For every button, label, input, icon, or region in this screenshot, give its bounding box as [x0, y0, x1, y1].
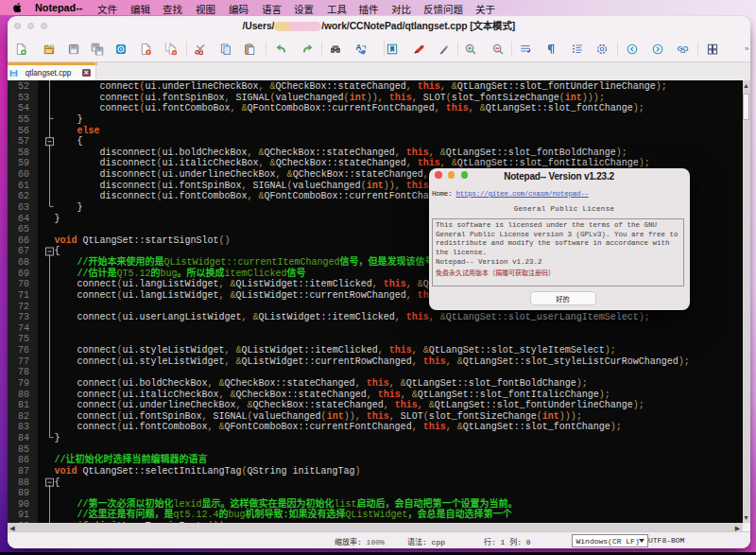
svg-text:GO: GO — [677, 44, 688, 53]
svg-text:A: A — [355, 43, 361, 52]
